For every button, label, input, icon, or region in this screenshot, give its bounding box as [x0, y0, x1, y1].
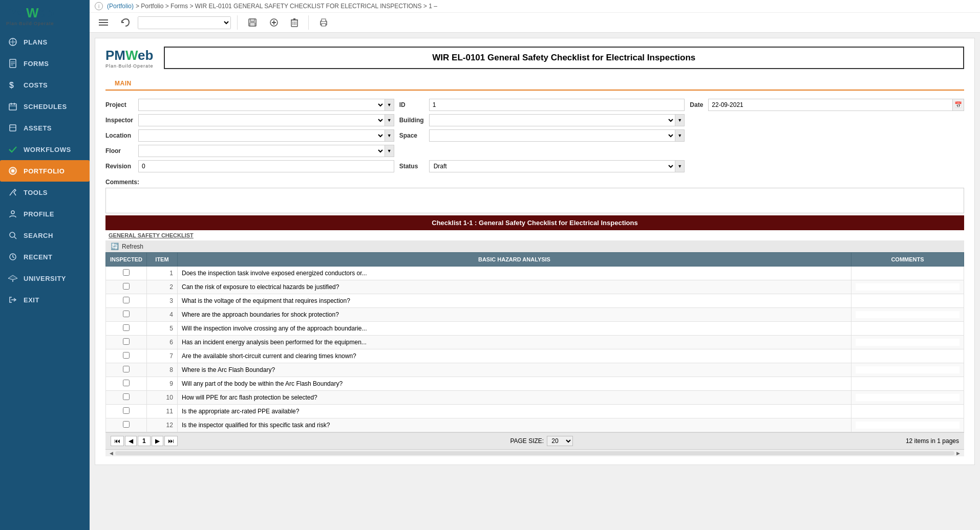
add-button[interactable] [265, 16, 283, 29]
inspect-checkbox[interactable] [123, 297, 130, 303]
inspect-checkbox[interactable] [123, 324, 130, 331]
comment-input[interactable] [856, 270, 960, 277]
sidebar-item-portfolio[interactable]: PORTFOLIO [0, 160, 90, 182]
status-select[interactable]: Draft [430, 161, 675, 172]
inspected-cell[interactable] [106, 349, 147, 363]
breadcrumb-portfolio-link[interactable]: (Portfolio) [107, 3, 134, 10]
menu-button[interactable] [95, 17, 112, 28]
scroll-right-arrow[interactable]: ▶ [954, 451, 962, 456]
comments-cell[interactable] [851, 267, 964, 280]
comment-input[interactable] [856, 422, 960, 429]
tab-main[interactable]: MAIN [105, 77, 141, 90]
page-first-button[interactable]: ⏮ [111, 436, 124, 446]
horizontal-scrollbar[interactable]: ◀ ▶ [105, 449, 964, 456]
comments-textarea[interactable] [105, 188, 964, 213]
comments-cell[interactable] [851, 280, 964, 294]
building-select-wrap[interactable]: ▼ [429, 114, 685, 126]
inspect-checkbox[interactable] [123, 380, 130, 386]
inspected-cell[interactable] [106, 363, 147, 377]
date-input-wrap[interactable]: 📅 [708, 99, 964, 111]
comment-input[interactable] [856, 380, 960, 387]
comments-cell[interactable] [851, 294, 964, 308]
inspected-cell[interactable] [106, 336, 147, 349]
floor-select[interactable] [139, 145, 385, 157]
inspect-checkbox[interactable] [123, 269, 130, 276]
space-select[interactable] [430, 130, 675, 141]
sidebar-item-workflows[interactable]: WORKFLOWS [0, 139, 90, 160]
sidebar-item-schedules[interactable]: SCHEDULES [0, 96, 90, 117]
sidebar-item-tools[interactable]: TOOLS [0, 182, 90, 203]
inspector-select-wrap[interactable]: ▼ [138, 114, 394, 126]
sidebar-item-exit[interactable]: EXIT [0, 289, 90, 311]
page-last-button[interactable]: ⏭ [164, 436, 178, 446]
inspected-cell[interactable] [106, 405, 147, 418]
comment-input[interactable] [856, 339, 960, 346]
inspected-cell[interactable] [106, 391, 147, 405]
sidebar-item-assets[interactable]: ASSETS [0, 117, 90, 139]
floor-select-wrap[interactable]: ▼ [138, 145, 394, 157]
print-button[interactable] [315, 16, 332, 29]
sidebar-item-plans[interactable]: PLANS [0, 31, 90, 53]
inspected-cell[interactable] [106, 294, 147, 308]
comments-cell[interactable] [851, 336, 964, 349]
comment-input[interactable] [856, 408, 960, 415]
inspect-checkbox[interactable] [123, 393, 130, 400]
sidebar-item-search[interactable]: SEARCH [0, 225, 90, 246]
sidebar-item-university[interactable]: UNIVERSITY [0, 268, 90, 289]
calendar-icon[interactable]: 📅 [952, 99, 964, 111]
sidebar-item-costs[interactable]: $ COSTS [0, 74, 90, 96]
location-select[interactable] [139, 130, 385, 141]
comment-input[interactable] [856, 352, 960, 360]
comment-input[interactable] [856, 283, 960, 291]
undo-button[interactable] [116, 16, 134, 29]
comments-cell[interactable] [851, 308, 964, 322]
inspected-cell[interactable] [106, 418, 147, 432]
inspect-checkbox[interactable] [123, 407, 130, 414]
status-select-wrap[interactable]: Draft ▼ [429, 160, 685, 172]
inspect-checkbox[interactable] [123, 352, 130, 359]
comments-cell[interactable] [851, 377, 964, 391]
sidebar-item-forms[interactable]: FORMS [0, 53, 90, 74]
inspected-cell[interactable] [106, 377, 147, 391]
date-input[interactable] [709, 100, 952, 110]
sidebar-item-profile[interactable]: PROFILE [0, 203, 90, 225]
comment-input[interactable] [856, 325, 960, 332]
project-select-wrap[interactable]: ▼ [138, 99, 394, 111]
comments-cell[interactable] [851, 418, 964, 432]
workflow-select-wrap[interactable] [138, 16, 231, 29]
refresh-bar[interactable]: 🔄 Refresh [105, 240, 964, 252]
comments-cell[interactable] [851, 391, 964, 405]
page-size-select[interactable]: 20 50 100 [547, 436, 573, 446]
revision-input[interactable] [138, 160, 394, 172]
comment-input[interactable] [856, 297, 960, 304]
page-next-button[interactable]: ▶ [152, 436, 163, 446]
workflow-select[interactable] [138, 17, 230, 29]
inspected-cell[interactable] [106, 322, 147, 336]
inspect-checkbox[interactable] [123, 311, 130, 317]
page-prev-button[interactable]: ◀ [125, 436, 137, 446]
id-input[interactable] [429, 99, 685, 111]
inspect-checkbox[interactable] [123, 421, 130, 428]
delete-button[interactable] [287, 16, 302, 29]
project-select[interactable] [139, 99, 385, 111]
comment-input[interactable] [856, 366, 960, 373]
inspected-cell[interactable] [106, 267, 147, 280]
comments-cell[interactable] [851, 349, 964, 363]
inspect-checkbox[interactable] [123, 366, 130, 372]
save-button[interactable] [244, 16, 261, 29]
inspect-checkbox[interactable] [123, 338, 130, 345]
location-select-wrap[interactable]: ▼ [138, 129, 394, 142]
comment-input[interactable] [856, 394, 960, 401]
inspector-select[interactable] [139, 115, 385, 126]
comment-input[interactable] [856, 311, 960, 318]
inspected-cell[interactable] [106, 280, 147, 294]
sidebar-item-recent[interactable]: RECENT [0, 246, 90, 268]
scroll-track[interactable] [115, 451, 954, 455]
scroll-left-arrow[interactable]: ◀ [108, 451, 115, 456]
building-select[interactable] [430, 115, 675, 126]
inspected-cell[interactable] [106, 308, 147, 322]
space-select-wrap[interactable]: ▼ [429, 129, 685, 142]
comments-cell[interactable] [851, 363, 964, 377]
inspect-checkbox[interactable] [123, 283, 130, 290]
comments-cell[interactable] [851, 322, 964, 336]
